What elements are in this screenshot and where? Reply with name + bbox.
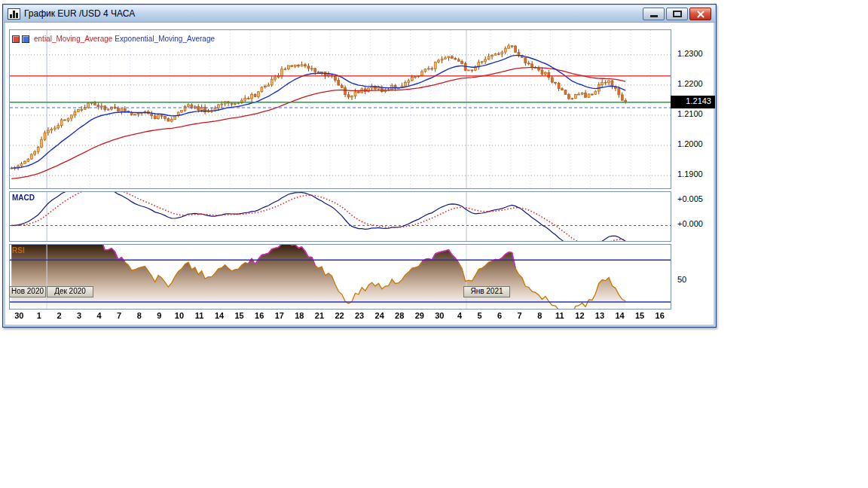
month-marker-jan2021: Янв 2021 (463, 286, 510, 297)
x-axis-label: 4 (457, 311, 462, 320)
price-tick-label: 1.2100 (677, 109, 703, 118)
macd-label: MACD (12, 194, 35, 202)
x-axis-label: 7 (518, 311, 522, 320)
legend-swatch-red[interactable] (12, 35, 20, 43)
price-panel: ential_Moving_Average Exponential_Moving… (9, 29, 671, 189)
macd-tick-label: +0.005 (677, 194, 703, 203)
ema-legend-red: ential_Moving_Average (34, 35, 112, 43)
close-icon (690, 8, 711, 20)
x-axis-label: 14 (615, 311, 624, 320)
x-axis-label: 22 (335, 311, 344, 320)
x-axis-label: 5 (477, 311, 481, 320)
chart-client-area: ential_Moving_Average Exponential_Moving… (5, 23, 714, 325)
x-axis-label: 1 (37, 311, 41, 320)
maximize-icon (673, 11, 682, 17)
x-axis-label: 6 (497, 311, 502, 320)
price-tick-label: 1.2200 (677, 79, 703, 88)
macd-canvas[interactable] (10, 192, 671, 241)
month-marker-dec2020: Дек 2020 (47, 286, 93, 297)
x-axis-label: 30 (14, 311, 23, 320)
macd-tick-label: +0.000 (677, 219, 703, 228)
minimize-icon (650, 15, 658, 17)
x-axis-label: 16 (255, 311, 264, 320)
x-axis-label: 16 (656, 311, 665, 320)
macd-panel: MACD (9, 191, 671, 242)
x-axis-label: 30 (435, 311, 444, 320)
x-axis-label: 8 (537, 311, 542, 320)
x-axis-label: 28 (395, 311, 404, 320)
current-price-tag: 1.2143 (671, 96, 715, 108)
x-axis-label: 11 (555, 311, 564, 320)
x-axis-label: 10 (175, 311, 184, 320)
x-axis-label: 11 (195, 311, 204, 320)
x-axis-label: 4 (97, 311, 102, 320)
x-axis-label: 15 (635, 311, 644, 320)
x-axis-label: 18 (295, 311, 304, 320)
chart-window: График EUR /USD 4 ЧАСА ential_Moving_Ave… (2, 4, 717, 328)
desktop: График EUR /USD 4 ЧАСА ential_Moving_Ave… (0, 0, 868, 488)
price-tick-label: 1.1900 (677, 169, 703, 178)
month-marker-nov2020: Нов 2020 (9, 286, 46, 297)
chart-app-icon (8, 8, 20, 20)
legend-swatch-blue[interactable] (22, 35, 29, 43)
x-axis-label: 9 (157, 311, 161, 320)
x-axis-label: 23 (355, 311, 364, 320)
x-axis-label: 15 (234, 311, 243, 320)
x-axis-label: 17 (275, 311, 284, 320)
minimize-button[interactable] (643, 8, 665, 20)
ema-legend-blue: Exponential_Moving_Average (115, 35, 215, 43)
x-axis-label: 14 (215, 311, 224, 320)
right-price-axis: 1.23001.22001.21001.20001.1900+0.005+0.0… (673, 23, 715, 325)
x-axis-label: 13 (595, 311, 604, 320)
window-controls (643, 8, 711, 20)
indicator-legend: ential_Moving_Average Exponential_Moving… (12, 35, 215, 43)
rsi-label: RSI (12, 246, 25, 255)
time-axis: 3012347891011141516171821222324282930456… (9, 310, 671, 322)
rsi-canvas[interactable] (10, 245, 671, 309)
close-button[interactable] (689, 8, 711, 20)
window-title: График EUR /USD 4 ЧАСА (24, 8, 135, 19)
rsi-mid-label: 50 (677, 275, 686, 284)
price-tick-label: 1.2300 (677, 49, 703, 58)
x-axis-label: 12 (575, 311, 584, 320)
x-axis-label: 8 (137, 311, 142, 320)
x-axis-label: 3 (77, 311, 81, 320)
x-axis-label: 7 (117, 311, 121, 320)
price-tick-label: 1.2000 (677, 139, 703, 148)
x-axis-label: 2 (57, 311, 61, 320)
x-axis-label: 21 (315, 311, 324, 320)
maximize-button[interactable] (666, 8, 688, 20)
window-titlebar[interactable]: График EUR /USD 4 ЧАСА (4, 5, 715, 23)
price-chart-canvas[interactable] (10, 30, 671, 188)
x-axis-label: 24 (375, 311, 384, 320)
x-axis-label: 29 (415, 311, 424, 320)
rsi-panel: RSI (9, 244, 671, 310)
